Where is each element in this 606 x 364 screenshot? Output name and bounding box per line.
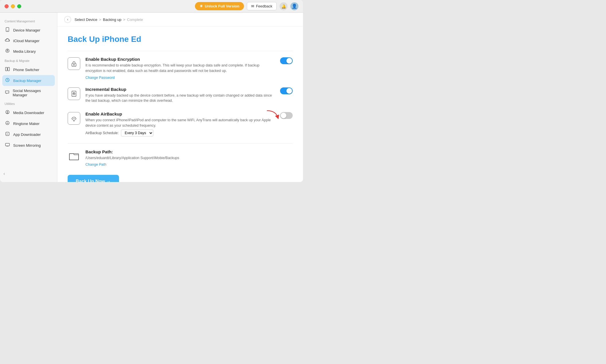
- breadcrumb-step2: Backing up: [103, 17, 121, 22]
- incremental-toggle-switch[interactable]: [280, 87, 293, 94]
- svg-rect-6: [8, 67, 9, 71]
- airbackup-toggle-knob: [281, 113, 286, 118]
- settings-divider: [68, 143, 293, 144]
- device-manager-label: Device Manager: [13, 28, 40, 32]
- icloud-manager-label: iCloud Manager: [13, 39, 40, 43]
- encryption-toggle-switch[interactable]: [280, 57, 293, 64]
- change-password-link[interactable]: Change Password: [85, 76, 115, 80]
- bell-icon: 🔔: [281, 4, 286, 9]
- sidebar-item-phone-switcher[interactable]: Phone Switcher: [0, 64, 57, 75]
- sidebar-item-device-manager[interactable]: Device Manager: [0, 25, 57, 36]
- page-title-static: Back Up: [68, 35, 100, 44]
- encryption-text: Enable Backup Encryption It is recommend…: [85, 57, 275, 80]
- incremental-desc: If you have already backed up the device…: [85, 93, 275, 104]
- icloud-manager-icon: [5, 38, 10, 43]
- backup-path-text: Backup Path: /Users/eduardt/Library/Appl…: [85, 149, 293, 167]
- feedback-label: Feedback: [256, 4, 272, 8]
- phone-switcher-label: Phone Switcher: [13, 68, 39, 72]
- breadcrumb-step3: Complete: [127, 17, 143, 22]
- maximize-button[interactable]: [17, 4, 21, 8]
- airbackup-row: Enable AirBackup When you connect iPhone…: [68, 111, 293, 136]
- backup-manager-label: Backup Manager: [13, 79, 41, 83]
- airbackup-toggle-switch[interactable]: [280, 112, 293, 119]
- feedback-mail-icon: ✉: [251, 4, 254, 8]
- title-divider: [68, 51, 293, 51]
- main-content: ‹ Select Device > Backing up > Complete …: [57, 13, 303, 182]
- airbackup-toggle[interactable]: [280, 112, 293, 119]
- user-avatar[interactable]: 👤: [290, 2, 298, 10]
- sidebar: Content Management Device Manager iCloud…: [0, 13, 57, 182]
- encryption-desc: It is recommended to enable backup encry…: [85, 63, 275, 74]
- device-manager-icon: [5, 27, 10, 33]
- breadcrumb-back-button[interactable]: ‹: [64, 16, 71, 23]
- sidebar-item-social-messages[interactable]: Social Messages Manager: [0, 86, 57, 100]
- sidebar-item-media-library[interactable]: Media Library: [0, 46, 57, 57]
- airbackup-schedule-row: AirBackup Schedule: Every 3 Days Every D…: [85, 130, 275, 136]
- ringtone-maker-icon: [5, 121, 10, 126]
- airbackup-title: Enable AirBackup: [85, 111, 275, 116]
- breadcrumb: ‹ Select Device > Backing up > Complete: [57, 13, 303, 27]
- sidebar-item-icloud-manager[interactable]: iCloud Manager: [0, 36, 57, 46]
- incremental-toggle-knob: [286, 88, 292, 94]
- social-messages-label: Social Messages Manager: [13, 89, 52, 97]
- backup-path-title: Backup Path:: [85, 149, 293, 154]
- incremental-toggle[interactable]: [280, 87, 293, 94]
- incremental-backup-row: Incremental Backup If you have already b…: [68, 87, 293, 105]
- backup-encryption-row: Enable Backup Encryption It is recommend…: [68, 57, 293, 80]
- incremental-title: Incremental Backup: [85, 87, 275, 92]
- media-downloader-label: Media Downloader: [13, 111, 44, 115]
- sidebar-section-utilities: Utilities: [0, 100, 57, 107]
- breadcrumb-sep1: >: [99, 17, 101, 22]
- backup-path-row: Backup Path: /Users/eduardt/Library/Appl…: [68, 149, 293, 167]
- close-button[interactable]: [5, 4, 9, 8]
- unlock-full-version-button[interactable]: ☀ Unlock Full Version: [195, 2, 244, 10]
- page-title: Back Up iPhone Ed: [68, 35, 293, 44]
- backup-manager-icon: [5, 78, 10, 83]
- sidebar-item-screen-mirroring[interactable]: Screen Mirroring: [0, 140, 57, 151]
- sidebar-section-content-management: Content Management: [0, 17, 57, 25]
- svg-point-3: [7, 50, 8, 51]
- encryption-toggle[interactable]: [280, 57, 293, 64]
- encryption-toggle-knob: [286, 58, 292, 64]
- svg-point-16: [74, 64, 75, 65]
- phone-switcher-icon: [5, 67, 10, 73]
- backup-path-value: /Users/eduardt/Library/Application Suppo…: [85, 155, 293, 161]
- airbackup-schedule-select[interactable]: Every 3 Days Every Day Every Week: [121, 130, 153, 136]
- app-downloader-label: App Downloader: [13, 132, 41, 137]
- change-path-link[interactable]: Change Path: [85, 163, 106, 167]
- title-bar: ☀ Unlock Full Version ✉ Feedback 🔔 👤: [0, 0, 303, 13]
- social-messages-icon: [5, 90, 10, 96]
- svg-rect-5: [5, 67, 7, 71]
- sidebar-section-backup-migrate: Backup & Migrate: [0, 57, 57, 64]
- media-library-label: Media Library: [13, 49, 36, 54]
- airbackup-text: Enable AirBackup When you connect iPhone…: [85, 111, 275, 136]
- backup-now-button[interactable]: Back Up Now →: [68, 175, 119, 182]
- airbackup-schedule-label: AirBackup Schedule:: [85, 131, 119, 135]
- screen-mirroring-label: Screen Mirroring: [13, 143, 41, 148]
- ringtone-maker-label: Ringtone Maker: [13, 122, 40, 126]
- notifications-button[interactable]: 🔔: [279, 2, 288, 10]
- sidebar-item-backup-manager[interactable]: Backup Manager: [2, 75, 55, 86]
- airbackup-desc: When you connect iPhone/iPad/iPod and co…: [85, 118, 275, 128]
- backup-now-label: Back Up Now →: [76, 179, 111, 182]
- encryption-title: Enable Backup Encryption: [85, 57, 275, 62]
- media-downloader-icon: [5, 110, 10, 116]
- airbackup-icon: [68, 112, 80, 125]
- traffic-lights: [5, 4, 21, 8]
- sidebar-item-media-downloader[interactable]: Media Downloader: [0, 107, 57, 118]
- unlock-label: Unlock Full Version: [205, 4, 239, 8]
- sidebar-item-app-downloader[interactable]: A App Downloader: [0, 129, 57, 140]
- app-body: Content Management Device Manager iCloud…: [0, 13, 303, 182]
- sidebar-item-ringtone-maker[interactable]: Ringtone Maker: [0, 118, 57, 129]
- breadcrumb-sep2: >: [123, 17, 125, 22]
- feedback-button[interactable]: ✉ Feedback: [247, 2, 277, 10]
- svg-rect-13: [5, 143, 9, 146]
- incremental-icon: [68, 87, 80, 100]
- backup-path-icon: [68, 150, 80, 163]
- unlock-icon: ☀: [200, 4, 203, 8]
- sidebar-collapse-button[interactable]: ‹: [3, 171, 5, 176]
- svg-text:A: A: [7, 133, 8, 135]
- avatar-icon: 👤: [292, 3, 297, 9]
- minimize-button[interactable]: [11, 4, 15, 8]
- title-bar-actions: ☀ Unlock Full Version ✉ Feedback 🔔 👤: [195, 2, 298, 10]
